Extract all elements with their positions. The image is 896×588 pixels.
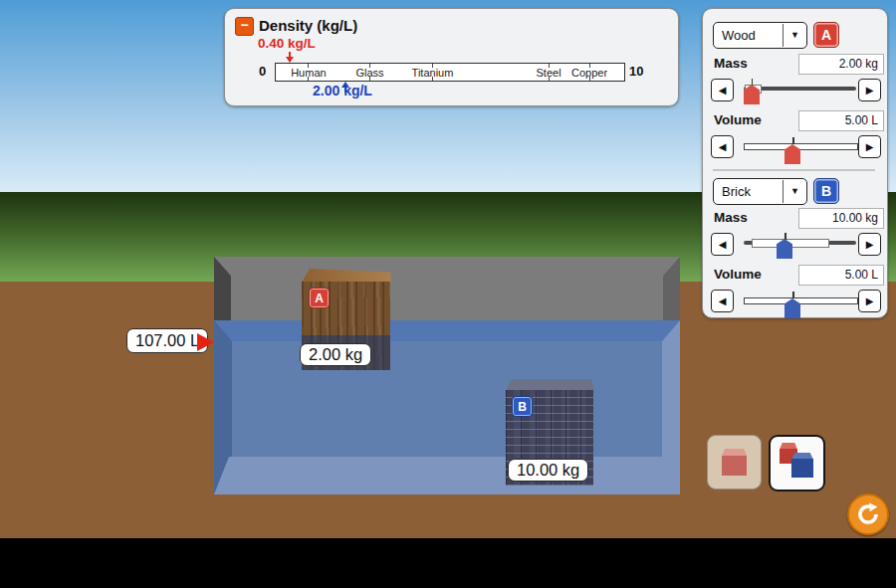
two-blocks-icon (791, 459, 813, 478)
one-block-mode-button[interactable] (707, 435, 762, 490)
block-b-badge-letter: B (518, 400, 527, 414)
scale-marker-label: Glass (355, 67, 383, 79)
volume-b-step-right-button[interactable]: ▶ (858, 290, 881, 312)
scale-marker-label: Titanium (412, 67, 454, 79)
arrow-left-icon: ◀ (719, 239, 727, 250)
density-panel-title: Density (kg/L) (259, 17, 357, 34)
one-block-icon (722, 449, 747, 456)
material-dropdown-b-value: Brick (714, 184, 783, 199)
pool-volume-arrow-icon (197, 333, 214, 351)
block-a-badge: A (309, 288, 330, 308)
mass-value-a: 2.00 kg (798, 54, 884, 75)
arrow-right-icon: ▶ (866, 141, 874, 152)
mass-value-b: 10.00 kg (798, 208, 884, 229)
mass-label-b: Mass (714, 210, 748, 225)
panel-divider (713, 169, 875, 171)
reset-all-button[interactable] (847, 493, 889, 535)
density-panel: − Density (kg/L) 0.40 kg/L 0 Human Glass… (224, 8, 679, 106)
two-blocks-mode-button[interactable] (769, 435, 825, 491)
mass-b-thumb-line (784, 233, 786, 240)
scale-max-label: 10 (629, 64, 643, 79)
panel-badge-b-letter: B (821, 183, 831, 199)
mass-b-step-left-button[interactable]: ◀ (711, 233, 734, 256)
panel-badge-a: A (813, 22, 839, 48)
mass-b-step-right-button[interactable]: ▶ (858, 233, 881, 256)
volume-b-thumb-line (792, 292, 794, 298)
scale-marker-label: Copper (571, 67, 607, 79)
density-readout-b: 2.00 kg/L (313, 83, 372, 98)
navigation-bar: Density Intro Compare ? Mystery (0, 538, 896, 588)
material-dropdown-b[interactable]: Brick ▼ (713, 178, 807, 205)
mass-a-thumb-line (752, 79, 754, 86)
one-block-icon (722, 456, 747, 476)
volume-a-step-right-button[interactable]: ▶ (858, 135, 881, 158)
pool-volume-readout: 107.00 L (126, 328, 208, 353)
density-scale-bar: Human Glass Titanium Steel Copper (275, 63, 625, 82)
volume-value-a: 5.00 L (798, 110, 884, 131)
pool-back-wall (214, 257, 680, 320)
material-dropdown-a-value: Wood (714, 28, 783, 43)
arrow-right-icon: ▶ (866, 239, 874, 250)
block-a-mass-label: 2.00 kg (300, 343, 371, 366)
arrow-left-icon: ◀ (719, 295, 727, 306)
arrow-left-icon: ◀ (719, 141, 727, 152)
volume-a-thumb-line (792, 137, 794, 144)
volume-b-step-left-button[interactable]: ◀ (711, 290, 734, 312)
arrow-left-icon: ◀ (719, 85, 727, 96)
arrow-right-icon: ▶ (866, 295, 874, 306)
scale-marker-label: Human (291, 67, 326, 79)
volume-a-step-left-button[interactable]: ◀ (711, 135, 734, 158)
water-surface (214, 320, 680, 341)
volume-value-b: 5.00 L (798, 265, 884, 286)
reset-icon (856, 502, 880, 526)
scale-marker-label: Steel (537, 67, 561, 79)
volume-label-b: Volume (714, 267, 762, 282)
pool-floor (214, 457, 680, 494)
density-readout-a: 0.40 kg/L (258, 36, 316, 51)
density-pointer-a-icon (286, 57, 294, 63)
mass-a-step-left-button[interactable]: ◀ (711, 79, 734, 101)
block-b-badge: B (512, 396, 533, 417)
scale-min-label: 0 (259, 64, 266, 79)
material-dropdown-a[interactable]: Wood ▼ (713, 22, 807, 49)
block-controls-panel: Wood ▼ A Mass 2.00 kg ◀ ▶ Volume 5.00 L … (702, 8, 888, 318)
chevron-down-icon: ▼ (783, 180, 806, 203)
chevron-down-icon: ▼ (783, 24, 806, 47)
volume-label-a: Volume (714, 112, 762, 127)
block-b-mass-label: 10.00 kg (508, 459, 588, 482)
mass-a-step-right-button[interactable]: ▶ (858, 79, 881, 101)
volume-b-slider-track[interactable] (744, 297, 858, 304)
minus-icon: − (240, 17, 248, 33)
panel-badge-b: B (813, 178, 839, 204)
block-a-badge-letter: A (315, 292, 324, 305)
collapse-button[interactable]: − (235, 17, 254, 36)
density-sim-screen: A 2.00 kg B 10.00 kg 107.00 L − Density … (0, 0, 896, 588)
mass-label-a: Mass (714, 56, 748, 71)
panel-badge-a-letter: A (821, 27, 831, 43)
arrow-right-icon: ▶ (866, 85, 874, 96)
volume-a-slider-track[interactable] (744, 143, 858, 150)
